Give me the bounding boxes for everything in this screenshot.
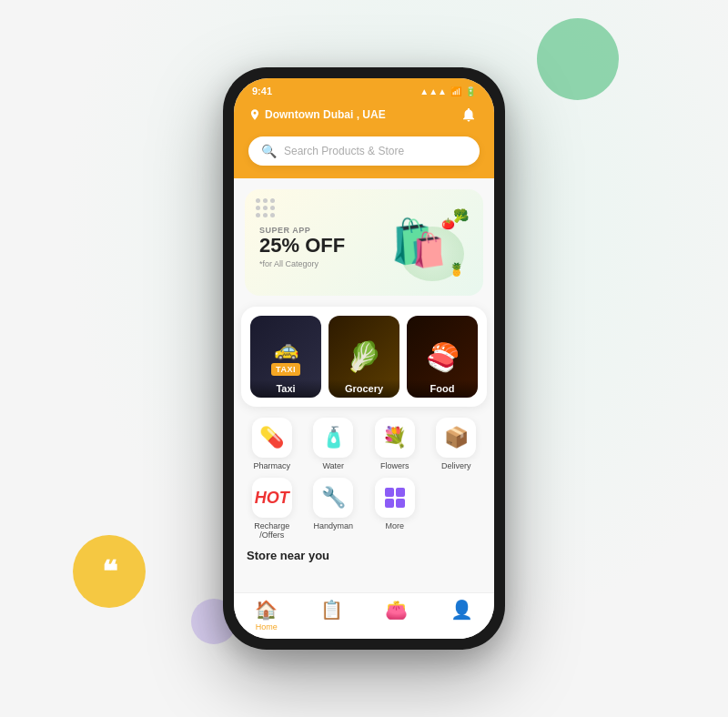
app-header: Downtown Dubai , UAE — [234, 100, 494, 136]
category-grocery[interactable]: 🥬 Grocery — [329, 316, 399, 398]
wifi-icon: 📶 — [450, 86, 461, 96]
location-pin-icon — [248, 108, 261, 121]
status-time: 9:41 — [252, 86, 272, 96]
category-water[interactable]: 🧴 Water — [307, 418, 361, 470]
phone-screen: 9:41 ▲▲▲ 📶 🔋 Downtown Dubai , UAE — [234, 78, 494, 639]
grocery-label: Grocery — [329, 379, 399, 398]
pharmacy-label: Pharmacy — [253, 461, 290, 470]
pharmacy-icon: 💊 — [252, 418, 292, 458]
taxi-sign: TAXI — [271, 363, 300, 376]
taxi-label: Taxi — [250, 379, 321, 398]
more-label: More — [385, 521, 404, 530]
search-bar[interactable]: 🔍 Search Products & Store — [248, 136, 480, 166]
location-row[interactable]: Downtown Dubai , UAE — [248, 108, 386, 121]
bell-icon — [460, 106, 477, 123]
status-icons: ▲▲▲ 📶 🔋 — [420, 86, 476, 96]
small-categories-row1: 💊 Pharmacy 🧴 Water 💐 Flowers 📦 Delivery — [234, 407, 494, 470]
banner-discount: 25% OFF — [259, 235, 345, 257]
big-categories-container: 🚕 TAXI Taxi 🥬 Grocery 🍣 — [241, 307, 487, 407]
banner-text: SUPER APP 25% OFF *for All Category — [259, 217, 345, 268]
category-pharmacy[interactable]: 💊 Pharmacy — [245, 418, 299, 470]
status-bar: 9:41 ▲▲▲ 📶 🔋 — [234, 78, 494, 100]
battery-icon: 🔋 — [465, 86, 476, 96]
phone-frame: 9:41 ▲▲▲ 📶 🔋 Downtown Dubai , UAE — [223, 67, 505, 650]
notification-bell[interactable] — [458, 104, 480, 126]
water-label: Water — [322, 461, 344, 470]
signal-icon: ▲▲▲ — [420, 86, 447, 96]
delivery-icon: 📦 — [436, 418, 476, 458]
flowers-label: Flowers — [380, 461, 410, 470]
wallet-icon: 👛 — [385, 599, 408, 621]
small-categories-row2: HOT Recharge/Offers 🔧 Handyman — [234, 470, 494, 540]
banner-dots — [256, 198, 275, 217]
profile-icon: 👤 — [450, 599, 473, 621]
category-delivery[interactable]: 📦 Delivery — [430, 418, 484, 470]
banner-subtitle: *for All Category — [259, 259, 345, 268]
store-section-title: Store near you — [234, 540, 494, 566]
promo-banner[interactable]: SUPER APP 25% OFF *for All Category 🛍️ 🥦… — [245, 189, 483, 296]
handyman-icon: 🔧 — [313, 478, 353, 518]
nav-home[interactable]: 🏠 Home — [234, 599, 299, 631]
category-handyman[interactable]: 🔧 Handyman — [307, 478, 361, 540]
search-container: 🔍 Search Products & Store — [234, 136, 494, 178]
food-label: Food — [407, 379, 478, 398]
grocery-illustration: 🛍️ 🥦 🍅 🍍 — [369, 204, 469, 281]
scroll-content: SUPER APP 25% OFF *for All Category 🛍️ 🥦… — [234, 178, 494, 592]
delivery-label: Delivery — [441, 461, 471, 470]
home-label: Home — [256, 622, 278, 631]
nav-orders[interactable]: 📋 — [299, 599, 365, 631]
location-text: Downtown Dubai , UAE — [265, 108, 386, 121]
category-empty — [430, 478, 484, 540]
flowers-icon: 💐 — [375, 418, 415, 458]
grocery-emoji: 🛍️ — [390, 217, 447, 269]
handyman-label: Handyman — [313, 521, 353, 530]
deco-blob-yellow: ❝ — [73, 535, 146, 608]
category-food[interactable]: 🍣 Food — [407, 316, 478, 398]
quote-icon: ❝ — [102, 557, 117, 586]
more-icon — [375, 478, 415, 518]
orders-icon: 📋 — [320, 599, 343, 621]
water-icon: 🧴 — [313, 418, 353, 458]
category-flowers[interactable]: 💐 Flowers — [368, 418, 422, 470]
category-taxi[interactable]: 🚕 TAXI Taxi — [250, 316, 321, 398]
search-icon: 🔍 — [261, 144, 277, 158]
home-icon: 🏠 — [255, 599, 278, 621]
banner-image: 🛍️ 🥦 🍅 🍍 — [369, 204, 469, 281]
recharge-label: Recharge/Offers — [254, 521, 289, 540]
nav-wallet[interactable]: 👛 — [364, 599, 430, 631]
bottom-spacer — [234, 566, 494, 592]
deco-blob-green — [537, 18, 619, 100]
category-more[interactable]: More — [368, 478, 422, 540]
bottom-navigation: 🏠 Home 📋 👛 👤 — [234, 592, 494, 639]
nav-profile[interactable]: 👤 — [430, 599, 495, 631]
recharge-icon: HOT — [252, 478, 292, 518]
category-recharge[interactable]: HOT Recharge/Offers — [245, 478, 299, 540]
more-grid-icon — [385, 488, 405, 508]
search-placeholder: Search Products & Store — [284, 145, 404, 157]
